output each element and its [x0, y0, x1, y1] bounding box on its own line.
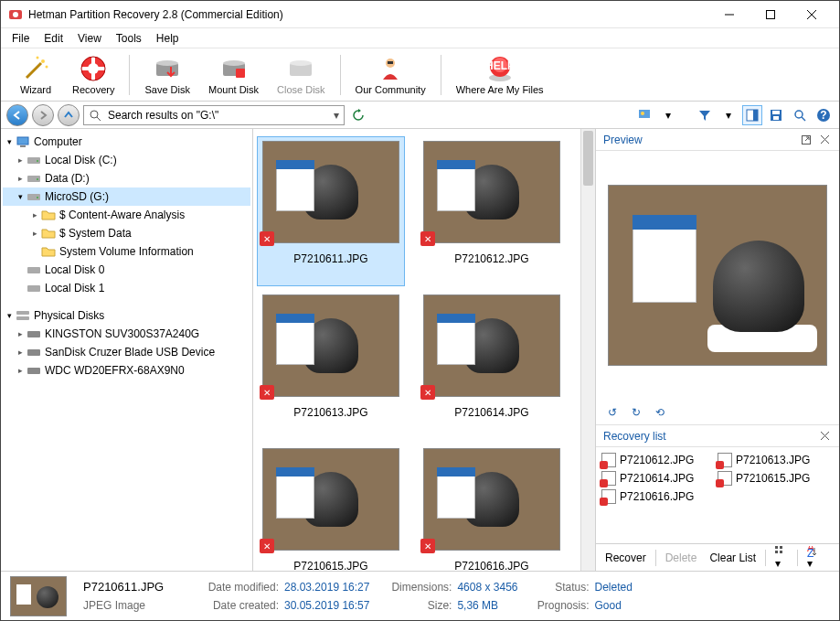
recovery-item-label: P7210616.JPG — [620, 490, 694, 503]
recover-button[interactable]: Recover — [601, 550, 650, 566]
menu-bar: File Edit View Tools Help — [1, 28, 839, 48]
menu-help[interactable]: Help — [149, 29, 186, 48]
help-button-icon: HELP — [485, 54, 515, 83]
community-button[interactable]: Our Community — [346, 50, 435, 100]
recovery-list-body[interactable]: P7210612.JPGP7210613.JPGP7210614.JPGP721… — [596, 447, 839, 543]
recovery-item-label: P7210613.JPG — [736, 454, 810, 466]
svg-rect-53 — [16, 316, 29, 320]
sort-button[interactable]: AZ ▾ — [803, 544, 822, 572]
tree-content-aware[interactable]: ▸$ Content-Aware Analysis — [3, 206, 250, 224]
save-disk-button[interactable]: Save Disk — [135, 50, 199, 100]
tree-local-c[interactable]: ▸Local Disk (C:) — [3, 151, 250, 169]
recovery-list-item[interactable]: P7210612.JPG — [601, 451, 718, 469]
main-area: ▾Computer ▸Local Disk (C:) ▸Data (D:) ▾M… — [1, 129, 839, 571]
where-files-button[interactable]: HELP Where Are My Files — [447, 50, 553, 100]
svg-line-6 — [27, 63, 41, 78]
view-icons-button[interactable] — [634, 105, 654, 125]
minimize-button[interactable] — [708, 2, 750, 27]
save-button[interactable] — [766, 105, 786, 125]
scrollbar-thumb[interactable] — [583, 131, 593, 186]
hdd-icon — [27, 363, 41, 378]
recovery-list-item[interactable]: P7210616.JPG — [601, 487, 718, 506]
wizard-button[interactable]: Wizard — [8, 50, 63, 100]
file-thumbnail[interactable]: ✕P7210614.JPG — [418, 290, 566, 440]
rotate-right-button[interactable]: ↻ — [629, 405, 643, 420]
thumbnail-label: P7210615.JPG — [293, 560, 367, 571]
view-dropdown[interactable]: ▾ — [658, 105, 678, 125]
preview-popout[interactable] — [799, 133, 813, 147]
recovery-list-item[interactable]: P7210614.JPG — [601, 469, 718, 487]
file-icon — [718, 471, 732, 486]
hdd-icon — [27, 327, 41, 341]
tree-microsd[interactable]: ▾MicroSD (G:) — [3, 187, 250, 206]
computer-icon — [16, 134, 30, 149]
nav-back-button[interactable] — [6, 104, 28, 126]
drive-icon — [27, 262, 41, 277]
scrollbar[interactable] — [580, 129, 595, 571]
disk-save-icon — [153, 54, 182, 83]
svg-rect-46 — [27, 176, 40, 182]
recovery-list-item[interactable]: P7210615.JPG — [718, 469, 834, 487]
file-thumbnail[interactable]: ✕P7210615.JPG — [257, 444, 405, 571]
view-mode-button[interactable]: ▾ — [771, 544, 792, 572]
svg-rect-54 — [27, 331, 40, 337]
tree-wdc[interactable]: ▸WDC WD20EFRX-68AX9N0 — [3, 361, 250, 380]
file-thumbnail[interactable]: ✕P7210616.JPG — [418, 444, 566, 571]
file-thumbnail[interactable]: ✕P7210612.JPG — [418, 136, 566, 286]
tree-physical[interactable]: ▾Physical Disks — [3, 306, 250, 325]
preview-image-area — [596, 151, 839, 400]
tree-svi[interactable]: ▸System Volume Information — [3, 242, 250, 261]
thumbnail-grid[interactable]: ✕P7210611.JPG✕P7210612.JPG✕P7210613.JPG✕… — [253, 129, 595, 571]
svg-point-38 — [795, 111, 803, 118]
menu-file[interactable]: File — [5, 29, 37, 48]
thumbnail-image: ✕ — [423, 294, 560, 397]
tree-local-disk-1[interactable]: ▸Local Disk 1 — [3, 279, 250, 297]
svg-rect-52 — [16, 311, 29, 315]
filter-button[interactable] — [695, 105, 715, 125]
refresh-button[interactable] — [348, 105, 368, 125]
help-button[interactable]: ? — [813, 105, 834, 125]
menu-edit[interactable]: Edit — [37, 29, 70, 48]
close-button[interactable] — [791, 2, 832, 27]
deleted-badge: ✕ — [260, 231, 274, 246]
svg-text:Z: Z — [807, 547, 813, 557]
nav-forward-button[interactable] — [32, 104, 54, 126]
menu-tools[interactable]: Tools — [109, 29, 149, 48]
address-field[interactable]: Search results on "G:\" ▾ — [83, 105, 345, 125]
tree-computer[interactable]: ▾Computer — [3, 133, 250, 151]
recovery-button[interactable]: Recovery — [63, 50, 123, 100]
filter-dropdown[interactable]: ▾ — [718, 105, 739, 125]
svg-rect-44 — [27, 157, 40, 164]
file-thumbnail[interactable]: ✕P7210613.JPG — [257, 290, 405, 440]
search-icon — [87, 107, 103, 123]
folder-tree[interactable]: ▾Computer ▸Local Disk (C:) ▸Data (D:) ▾M… — [1, 129, 253, 571]
tree-kingston[interactable]: ▸KINGSTON SUV300S37A240G — [3, 325, 250, 343]
status-prognosis: Good — [594, 599, 621, 612]
file-icon — [718, 453, 732, 467]
nav-up-button[interactable] — [58, 104, 80, 126]
maximize-button[interactable] — [750, 2, 791, 27]
clear-list-button[interactable]: Clear List — [706, 550, 760, 566]
search-button[interactable] — [790, 105, 810, 125]
status-dimensions: 4608 x 3456 — [457, 581, 517, 594]
rotate-left-button[interactable]: ↺ — [605, 405, 620, 420]
preview-image — [608, 185, 827, 366]
folder-icon — [41, 208, 56, 222]
menu-view[interactable]: View — [70, 29, 109, 48]
preview-toggle[interactable] — [742, 105, 762, 125]
tree-sandisk[interactable]: ▸SanDisk Cruzer Blade USB Device — [3, 343, 250, 361]
svg-rect-62 — [775, 546, 778, 549]
tree-local-disk-0[interactable]: ▸Local Disk 0 — [3, 261, 250, 279]
thumbnail-label: P7210616.JPG — [454, 560, 528, 571]
address-dropdown[interactable]: ▾ — [329, 109, 344, 122]
tree-data-d[interactable]: ▸Data (D:) — [3, 169, 250, 187]
rotate-180-button[interactable]: ⟲ — [653, 405, 667, 420]
file-thumbnail[interactable]: ✕P7210611.JPG — [257, 136, 405, 286]
tree-system-data[interactable]: ▸$ System Data — [3, 224, 250, 242]
mount-disk-button[interactable]: Mount Disk — [199, 50, 268, 100]
recovery-list-close[interactable] — [817, 429, 832, 444]
preview-close[interactable] — [817, 133, 832, 147]
right-panel: Preview ↺ ↻ ⟲ Recovery list P7210612.JPG… — [596, 129, 839, 571]
status-thumbnail — [10, 576, 67, 616]
recovery-list-item[interactable]: P7210613.JPG — [718, 451, 834, 469]
